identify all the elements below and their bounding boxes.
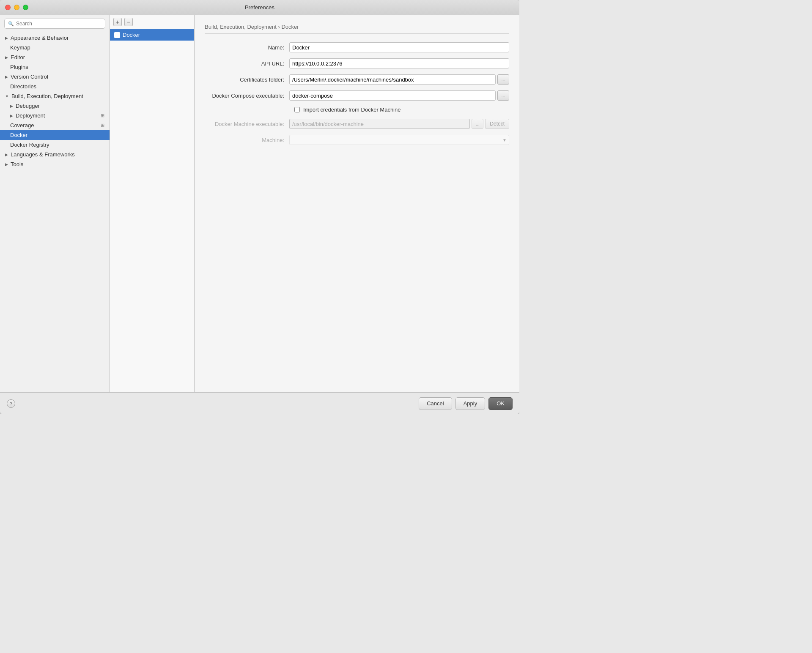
arrow-icon: ▶ — [5, 36, 8, 40]
form-row-machine: Machine: ▼ — [205, 135, 509, 145]
main-content: 🔍 ▶ Appearance & Behavior Keymap ▶ Edito… — [0, 15, 519, 392]
docker-compose-input-group: ... — [289, 90, 509, 101]
remove-docker-button[interactable]: − — [124, 18, 133, 26]
search-icon: 🔍 — [8, 21, 14, 27]
sidebar-item-coverage[interactable]: Coverage ⊞ — [0, 120, 110, 130]
name-input[interactable] — [289, 42, 509, 52]
certs-input-group: ... — [289, 74, 509, 85]
sidebar-item-label: Docker Registry — [10, 142, 104, 148]
name-label: Name: — [205, 44, 289, 51]
docker-compose-browse-button[interactable]: ... — [497, 90, 509, 101]
bottom-left: ? — [7, 399, 15, 408]
machine-label: Machine: — [205, 137, 289, 143]
bottom-buttons: Cancel Apply OK — [419, 397, 513, 410]
sidebar-item-build-exec-deploy[interactable]: ▼ Build, Execution, Deployment — [0, 91, 110, 101]
detect-button: Detect — [485, 119, 509, 129]
sidebar-item-label: Appearance & Behavior — [11, 35, 104, 41]
cancel-button[interactable]: Cancel — [419, 397, 452, 410]
sidebar-item-label: Directories — [10, 83, 104, 90]
sidebar-item-label: Plugins — [10, 64, 104, 70]
apply-button[interactable]: Apply — [455, 397, 486, 410]
form-row-certs: Certificates folder: ... — [205, 74, 509, 85]
breadcrumb: Build, Execution, Deployment › Docker — [205, 24, 509, 34]
sidebar-item-directories[interactable]: Directories — [0, 82, 110, 91]
sidebar-item-label: Tools — [11, 161, 104, 167]
sidebar-item-label: Keymap — [10, 44, 104, 51]
certs-input[interactable] — [289, 74, 496, 85]
sidebar-item-tools[interactable]: ▶ Tools — [0, 159, 110, 169]
form-row-docker-machine: Docker Machine executable: ... Detect — [205, 119, 509, 129]
search-input[interactable] — [16, 21, 102, 27]
breadcrumb-parent: Build, Execution, Deployment — [205, 24, 277, 30]
sidebar: 🔍 ▶ Appearance & Behavior Keymap ▶ Edito… — [0, 15, 110, 392]
sidebar-item-deployment[interactable]: ▶ Deployment ⊞ — [0, 111, 110, 120]
sidebar-item-label: Debugger — [16, 103, 104, 109]
minimize-button[interactable] — [14, 5, 19, 10]
docker-list-panel: + − Docker — [110, 15, 195, 392]
sidebar-item-label: Docker — [10, 132, 104, 138]
sidebar-item-plugins[interactable]: Plugins — [0, 62, 110, 72]
docker-compose-label: Docker Compose executable: — [205, 93, 289, 99]
sidebar-item-label: Languages & Frameworks — [11, 151, 104, 158]
form-row-name: Name: — [205, 42, 509, 52]
titlebar: Preferences — [0, 0, 519, 15]
sidebar-item-label: Build, Execution, Deployment — [11, 93, 104, 99]
content-area: + − Docker Build, Execution, Deployment … — [110, 15, 519, 392]
breadcrumb-separator: › — [277, 24, 282, 30]
add-docker-button[interactable]: + — [113, 18, 122, 26]
form-row-api-url: API URL: — [205, 58, 509, 68]
arrow-icon: ▶ — [5, 162, 8, 167]
sidebar-item-debugger[interactable]: ▶ Debugger — [0, 101, 110, 111]
window-controls — [5, 5, 28, 10]
maximize-button[interactable] — [23, 5, 28, 10]
import-credentials-label: Import credentials from Docker Machine — [303, 107, 401, 113]
arrow-icon: ▶ — [5, 55, 8, 60]
import-credentials-checkbox[interactable] — [294, 107, 300, 112]
arrow-icon: ▶ — [5, 75, 8, 79]
arrow-icon: ▶ — [5, 153, 8, 157]
docker-list-item[interactable]: Docker — [110, 29, 194, 41]
sidebar-item-label: Coverage — [10, 122, 99, 128]
docker-list-item-label: Docker — [123, 32, 140, 38]
sidebar-item-docker-registry[interactable]: Docker Registry — [0, 140, 110, 150]
machine-select — [289, 135, 509, 145]
docker-list-toolbar: + − — [110, 15, 194, 29]
sidebar-item-keymap[interactable]: Keymap — [0, 43, 110, 52]
docker-machine-input-group: ... Detect — [289, 119, 509, 129]
sidebar-item-label: Version Control — [11, 74, 104, 80]
help-button[interactable]: ? — [7, 399, 15, 408]
certs-label: Certificates folder: — [205, 77, 289, 83]
coverage-badge-icon: ⊞ — [101, 123, 104, 128]
machine-select-wrapper: ▼ — [289, 135, 509, 145]
breadcrumb-current: Docker — [281, 24, 299, 30]
sidebar-item-label: Editor — [11, 54, 104, 60]
api-url-label: API URL: — [205, 60, 289, 67]
sidebar-item-version-control[interactable]: ▶ Version Control — [0, 72, 110, 82]
arrow-icon: ▶ — [10, 104, 13, 108]
sidebar-item-docker[interactable]: Docker — [0, 130, 110, 140]
docker-machine-exec-label: Docker Machine executable: — [205, 121, 289, 127]
docker-item-icon — [114, 32, 120, 38]
docker-list-items: Docker — [110, 29, 194, 392]
sidebar-section: ▶ Appearance & Behavior Keymap ▶ Editor … — [0, 32, 110, 170]
sidebar-item-label: Deployment — [16, 112, 99, 119]
sidebar-item-languages-frameworks[interactable]: ▶ Languages & Frameworks — [0, 150, 110, 159]
docker-machine-exec-input — [289, 119, 470, 129]
form-panel: Build, Execution, Deployment › Docker Na… — [195, 15, 519, 392]
preferences-window: Preferences 🔍 ▶ Appearance & Behavior Ke… — [0, 0, 519, 414]
docker-machine-browse-button: ... — [472, 119, 483, 129]
import-credentials-row: Import credentials from Docker Machine — [205, 107, 509, 113]
certs-browse-button[interactable]: ... — [497, 74, 509, 85]
form-row-docker-compose: Docker Compose executable: ... — [205, 90, 509, 101]
arrow-icon: ▼ — [5, 94, 9, 98]
sidebar-item-appearance-behavior[interactable]: ▶ Appearance & Behavior — [0, 33, 110, 43]
docker-compose-input[interactable] — [289, 90, 496, 101]
close-button[interactable] — [5, 5, 11, 10]
bottom-bar: ? Cancel Apply OK — [0, 392, 519, 414]
search-box: 🔍 — [4, 19, 105, 29]
sidebar-item-editor[interactable]: ▶ Editor — [0, 52, 110, 62]
api-url-input[interactable] — [289, 58, 509, 68]
window-title: Preferences — [245, 4, 274, 11]
deployment-badge-icon: ⊞ — [101, 113, 104, 118]
ok-button[interactable]: OK — [488, 397, 513, 410]
